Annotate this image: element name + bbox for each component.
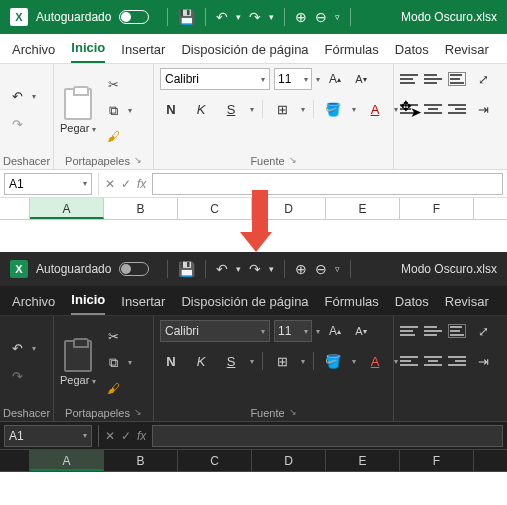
- column-header[interactable]: E: [326, 198, 400, 219]
- enter-icon[interactable]: ✓: [121, 429, 131, 443]
- tab-insertar[interactable]: Insertar: [121, 294, 165, 315]
- dialog-launcher-icon[interactable]: ↘: [289, 155, 297, 167]
- dialog-launcher-icon[interactable]: ↘: [134, 155, 142, 167]
- tab-archivo[interactable]: Archivo: [12, 42, 55, 63]
- indent-icon[interactable]: ⇥: [472, 98, 494, 120]
- align-left-icon[interactable]: [400, 354, 418, 368]
- tab-inicio[interactable]: Inicio: [71, 292, 105, 315]
- name-box[interactable]: A1▾: [4, 425, 92, 447]
- column-header[interactable]: B: [104, 450, 178, 471]
- align-top-icon[interactable]: [400, 324, 418, 338]
- indent-icon[interactable]: ⇥: [472, 350, 494, 372]
- font-name-combo[interactable]: Calibri▾: [160, 320, 270, 342]
- italic-button[interactable]: K: [190, 350, 212, 372]
- font-color-icon[interactable]: A: [364, 98, 386, 120]
- tab-disposicion[interactable]: Disposición de página: [181, 42, 308, 63]
- select-all-triangle[interactable]: [0, 450, 30, 471]
- save-icon[interactable]: 💾: [178, 261, 195, 277]
- cancel-icon[interactable]: ✕: [105, 177, 115, 191]
- tab-datos[interactable]: Datos: [395, 294, 429, 315]
- tab-disposicion[interactable]: Disposición de página: [181, 294, 308, 315]
- align-center-icon[interactable]: [424, 354, 442, 368]
- align-left-icon[interactable]: [400, 102, 418, 116]
- qat-overflow-caret[interactable]: ▿: [335, 12, 340, 22]
- zoom-out-icon[interactable]: ⊖: [315, 9, 327, 25]
- autosave-toggle[interactable]: [119, 10, 149, 24]
- caret-icon[interactable]: ▾: [236, 264, 241, 274]
- font-name-combo[interactable]: Calibri▾: [160, 68, 270, 90]
- align-top-icon[interactable]: [400, 72, 418, 86]
- fill-color-icon[interactable]: 🪣: [322, 350, 344, 372]
- align-bottom-icon[interactable]: [448, 72, 466, 86]
- tab-inicio[interactable]: Inicio: [71, 40, 105, 63]
- font-color-icon[interactable]: A: [364, 350, 386, 372]
- zoom-in-icon[interactable]: ⊕: [295, 9, 307, 25]
- enter-icon[interactable]: ✓: [121, 177, 131, 191]
- decrease-font-icon[interactable]: A▾: [350, 68, 372, 90]
- name-box[interactable]: A1▾: [4, 173, 92, 195]
- fill-color-icon[interactable]: 🪣: [322, 98, 344, 120]
- dialog-launcher-icon[interactable]: ↘: [289, 407, 297, 419]
- underline-button[interactable]: S: [220, 350, 242, 372]
- tab-archivo[interactable]: Archivo: [12, 294, 55, 315]
- column-header[interactable]: E: [326, 450, 400, 471]
- increase-font-icon[interactable]: A▴: [324, 320, 346, 342]
- tab-datos[interactable]: Datos: [395, 42, 429, 63]
- select-all-triangle[interactable]: [0, 198, 30, 219]
- caret-icon[interactable]: ▾: [32, 92, 36, 101]
- align-right-icon[interactable]: [448, 102, 466, 116]
- paste-button[interactable]: Pegar ▾: [60, 340, 96, 386]
- formula-input[interactable]: [152, 173, 503, 195]
- column-header[interactable]: A: [30, 450, 104, 471]
- fx-icon[interactable]: fx: [137, 429, 146, 443]
- redo-icon[interactable]: ↷: [249, 9, 261, 25]
- paste-button[interactable]: Pegar ▾: [60, 88, 96, 134]
- fx-icon[interactable]: fx: [137, 177, 146, 191]
- undo-icon[interactable]: ↶: [216, 261, 228, 277]
- bold-button[interactable]: N: [160, 350, 182, 372]
- tab-insertar[interactable]: Insertar: [121, 42, 165, 63]
- zoom-in-icon[interactable]: ⊕: [295, 261, 307, 277]
- formula-input[interactable]: [152, 425, 503, 447]
- orientation-icon[interactable]: ⤢: [472, 320, 494, 342]
- decrease-font-icon[interactable]: A▾: [350, 320, 372, 342]
- align-right-icon[interactable]: [448, 354, 466, 368]
- column-header[interactable]: F: [400, 198, 474, 219]
- autosave-toggle[interactable]: [119, 262, 149, 276]
- tab-revisar[interactable]: Revisar: [445, 294, 489, 315]
- align-middle-icon[interactable]: [424, 324, 442, 338]
- increase-font-icon[interactable]: A▴: [324, 68, 346, 90]
- redo-icon[interactable]: ↷: [249, 261, 261, 277]
- redo-button[interactable]: ↷: [6, 114, 28, 136]
- column-header[interactable]: F: [400, 450, 474, 471]
- align-center-icon[interactable]: [424, 102, 442, 116]
- format-painter-icon[interactable]: 🖌: [102, 378, 124, 400]
- cut-icon[interactable]: ✂: [102, 326, 124, 348]
- caret-icon[interactable]: ▾: [269, 12, 274, 22]
- caret-icon[interactable]: ▾: [269, 264, 274, 274]
- zoom-out-icon[interactable]: ⊖: [315, 261, 327, 277]
- format-painter-icon[interactable]: 🖌: [102, 126, 124, 148]
- copy-icon[interactable]: ⧉: [102, 100, 124, 122]
- cut-icon[interactable]: ✂: [102, 74, 124, 96]
- copy-icon[interactable]: ⧉: [102, 352, 124, 374]
- save-icon[interactable]: 💾: [178, 9, 195, 25]
- column-header[interactable]: D: [252, 450, 326, 471]
- font-size-combo[interactable]: 11▾: [274, 68, 312, 90]
- undo-button[interactable]: ↶: [6, 338, 28, 360]
- column-header[interactable]: C: [178, 450, 252, 471]
- align-middle-icon[interactable]: [424, 72, 442, 86]
- column-header[interactable]: B: [104, 198, 178, 219]
- cancel-icon[interactable]: ✕: [105, 429, 115, 443]
- bold-button[interactable]: N: [160, 98, 182, 120]
- qat-overflow-caret[interactable]: ▿: [335, 264, 340, 274]
- dialog-launcher-icon[interactable]: ↘: [134, 407, 142, 419]
- undo-icon[interactable]: ↶: [216, 9, 228, 25]
- font-size-combo[interactable]: 11▾: [274, 320, 312, 342]
- align-bottom-icon[interactable]: [448, 324, 466, 338]
- undo-button[interactable]: ↶: [6, 86, 28, 108]
- orientation-icon[interactable]: ⤢: [472, 68, 494, 90]
- tab-formulas[interactable]: Fórmulas: [325, 294, 379, 315]
- tab-formulas[interactable]: Fórmulas: [325, 42, 379, 63]
- redo-button[interactable]: ↷: [6, 366, 28, 388]
